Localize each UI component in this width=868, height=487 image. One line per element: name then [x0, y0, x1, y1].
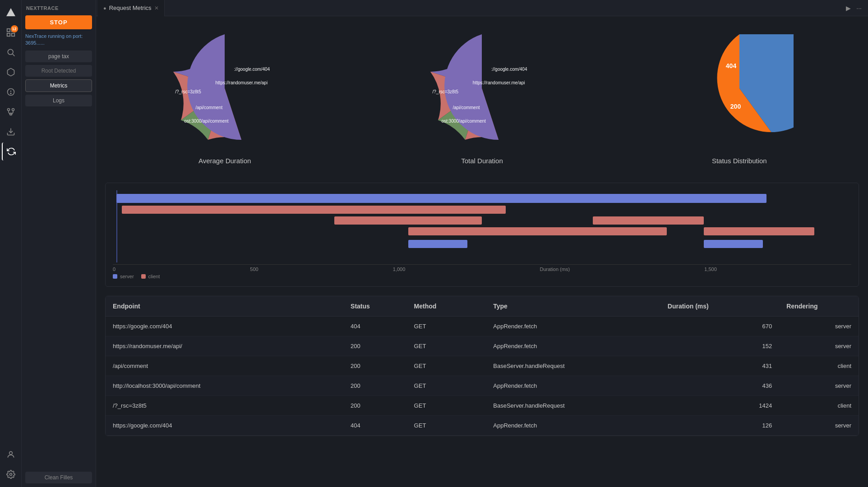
total-duration-chart: ://google.com/404 /?_rsc=3z8t5 https://r… — [428, 34, 536, 165]
activity-extensions[interactable] — [2, 63, 20, 81]
tab-close-button[interactable]: ✕ — [154, 5, 159, 11]
content-area: ://google.com/404 /?_rsc=3z8t5 https://r… — [96, 16, 868, 487]
header-endpoint: Endpoint — [106, 296, 343, 317]
svg-rect-4 — [11, 33, 14, 36]
sidebar-title: NEXTTRACE — [25, 4, 92, 13]
data-table-section: Endpoint Status Method Type Duration (ms… — [105, 296, 859, 436]
activity-account[interactable] — [2, 446, 20, 464]
activity-download[interactable] — [2, 123, 20, 141]
cell-status: 404 — [343, 416, 407, 436]
cell-rendering: server — [779, 376, 859, 396]
timeline-bar — [408, 240, 467, 248]
cell-endpoint: https://google.com/404 — [106, 317, 343, 336]
tab-actions: ▶ ··· — [845, 4, 866, 13]
cell-type: AppRender.fetch — [486, 416, 660, 436]
timeline-bar — [704, 227, 815, 235]
cell-method: GET — [407, 356, 486, 376]
tab-label: Request Metrics — [109, 5, 152, 11]
cell-rendering: server — [779, 336, 859, 356]
activity-sync[interactable] — [2, 142, 20, 161]
sidebar: NEXTTRACE STOP NexTrace running on port:… — [22, 0, 96, 487]
root-detected-button[interactable]: Root Detected — [25, 65, 92, 77]
table-row[interactable]: https://google.com/404 404 GET AppRender… — [106, 317, 859, 336]
cell-duration: 670 — [660, 317, 780, 336]
legend-client-label: client — [148, 274, 160, 279]
svg-point-11 — [12, 109, 14, 111]
svg-point-5 — [8, 49, 13, 55]
request-metrics-table: Endpoint Status Method Type Duration (ms… — [106, 296, 859, 436]
timeline-bar — [593, 216, 704, 225]
timeline-bar — [704, 240, 763, 248]
axis-unit: Duration (ms) — [540, 266, 570, 272]
axis-label-500: 500 — [250, 266, 258, 272]
cell-type: AppRender.fetch — [486, 376, 660, 396]
metrics-button[interactable]: Metrics — [25, 79, 92, 92]
main-content: ● Request Metrics ✕ ▶ ··· — [96, 0, 868, 487]
cell-status: 200 — [343, 336, 407, 356]
cell-type: BaseServer.handleRequest — [486, 356, 660, 376]
timeline-bar — [116, 194, 766, 203]
legend-client: client — [141, 274, 160, 279]
activity-settings[interactable] — [2, 465, 20, 483]
axis-label-0: 0 — [113, 266, 115, 272]
table-row[interactable]: https://randomuser.me/api/ 200 GET AppRe… — [106, 336, 859, 356]
table-row[interactable]: /api/comment 200 GET BaseServer.handleRe… — [106, 356, 859, 376]
cell-duration: 152 — [660, 336, 780, 356]
timeline-axis: 0 500 1,000 Duration (ms) 1,500 — [113, 264, 851, 272]
cell-duration: 431 — [660, 356, 780, 376]
header-type: Type — [486, 296, 660, 317]
stop-button[interactable]: STOP — [25, 15, 92, 29]
table-row[interactable]: http://localhost:3000/api/comment 200 GE… — [106, 376, 859, 396]
run-button[interactable]: ▶ — [845, 4, 852, 13]
cell-type: AppRender.fetch — [486, 336, 660, 356]
cell-endpoint: https://randomuser.me/api/ — [106, 336, 343, 356]
cell-method: GET — [407, 416, 486, 436]
average-duration-chart: ://google.com/404 /?_rsc=3z8t5 https://r… — [171, 34, 279, 165]
svg-point-15 — [9, 473, 12, 476]
cell-method: GET — [407, 376, 486, 396]
timeline-legend: server client — [113, 274, 851, 279]
timeline-axis-line — [116, 190, 117, 262]
legend-client-dot — [141, 274, 146, 279]
header-rendering: Rendering — [779, 296, 859, 317]
total-duration-title: Total Duration — [461, 157, 503, 165]
logs-button[interactable]: Logs — [25, 95, 92, 106]
timeline-bar — [408, 227, 667, 235]
cell-type: AppRender.fetch — [486, 317, 660, 336]
timeline-bar — [334, 216, 482, 225]
axis-label-1500: 1,500 — [704, 266, 717, 272]
svg-rect-1 — [7, 29, 9, 32]
activity-logo — [2, 4, 20, 22]
activity-bar-top: 12 — [2, 4, 20, 444]
cell-duration: 126 — [660, 416, 780, 436]
axis-label-1000: 1,000 — [393, 266, 406, 272]
cell-rendering: server — [779, 416, 859, 436]
status-distribution-chart: 404 200 Status Distribution — [685, 34, 794, 165]
cell-endpoint: /api/comment — [106, 356, 343, 376]
svg-point-10 — [7, 109, 9, 111]
page-tax-button[interactable]: page tax — [25, 51, 92, 62]
legend-server: server — [113, 274, 134, 279]
cell-duration: 1424 — [660, 396, 780, 416]
activity-explorer[interactable]: 12 — [2, 23, 20, 41]
table-row[interactable]: /?_rsc=3z8t5 200 GET BaseServer.handleRe… — [106, 396, 859, 416]
cell-rendering: client — [779, 396, 859, 416]
svg-line-6 — [12, 54, 14, 56]
cell-status: 404 — [343, 317, 407, 336]
header-duration: Duration (ms) — [660, 296, 780, 317]
request-metrics-tab[interactable]: ● Request Metrics ✕ — [98, 0, 165, 16]
activity-debug[interactable] — [2, 83, 20, 101]
header-status: Status — [343, 296, 407, 317]
cell-type: BaseServer.handleRequest — [486, 396, 660, 416]
activity-bar: 12 — [0, 0, 22, 487]
cell-status: 200 — [343, 396, 407, 416]
clean-filters-button[interactable]: Clean Filles — [25, 472, 92, 483]
table-row[interactable]: https://google.com/404 404 GET AppRender… — [106, 416, 859, 436]
header-method: Method — [407, 296, 486, 317]
more-options-button[interactable]: ··· — [855, 4, 863, 13]
svg-rect-3 — [7, 33, 9, 36]
svg-point-9 — [10, 93, 11, 94]
activity-source-control[interactable] — [2, 103, 20, 121]
cell-duration: 436 — [660, 376, 780, 396]
activity-search[interactable] — [2, 43, 20, 61]
